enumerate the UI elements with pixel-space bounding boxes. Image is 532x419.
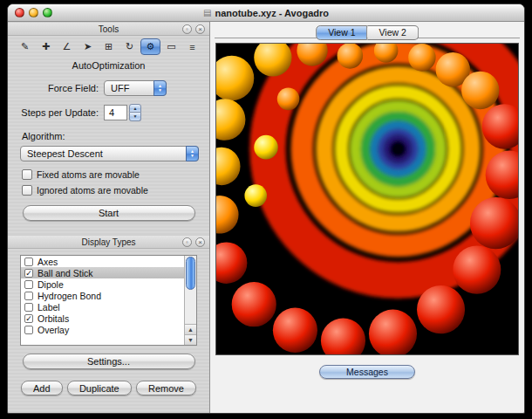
force-field-label: Force Field: [8,83,104,93]
ball-and-stick-checkbox[interactable]: ✓ [24,269,33,278]
display-types-panel-header[interactable]: Display Types ◦ × [8,235,209,249]
tab-view-1[interactable]: View 1 [316,25,367,40]
dipole-checkbox[interactable] [24,280,33,289]
list-item-label: Axes [38,257,58,267]
algorithm-label: Algorithm: [8,131,209,141]
algorithm-dropdown[interactable]: Steepest Descent ▲ ▼ [20,146,199,161]
close-panel-icon[interactable]: × [195,24,205,34]
scroll-up-icon[interactable]: ▲ [185,324,196,334]
axes-checkbox[interactable] [24,258,33,266]
zoom-window-button[interactable] [43,8,52,17]
navigate-tool-button[interactable]: ✚ [36,38,56,55]
display-panel-buttons: ◦ × [182,237,205,247]
title-bar[interactable]: ▤ nanotube.xyz - Avogadro [8,4,524,22]
bond-centric-tool-button[interactable]: ∠ [57,38,77,55]
measure-tool-button[interactable]: ▭ [161,38,181,55]
down-arrow-icon: ▼ [158,88,162,93]
scroll-down-icon[interactable]: ▼ [185,334,196,345]
steps-row: Steps per Update: 4 ▲ ▼ [8,104,209,121]
duplicate-button[interactable]: Duplicate [67,381,132,395]
fixed-atoms-row: Fixed atoms are movable [8,169,209,180]
window-title-text: nanotube.xyz - Avogadro [215,8,329,18]
window-controls [15,8,52,17]
list-item-hydrogen-bond[interactable]: Hydrogen Bond [21,290,184,301]
nanotube-render [216,44,518,354]
list-item-label: Orbitals [38,313,69,324]
ruler-icon: ▭ [167,41,175,52]
ignored-atoms-row: Ignored atoms are movable [8,185,209,196]
add-button[interactable]: Add [21,381,63,395]
tools-panel-title: Tools [8,24,209,34]
dropdown-arrows-icon: ▲ ▼ [186,146,199,161]
document-icon: ▤ [203,8,211,17]
cursor-arrow-icon: ➤ [84,41,92,52]
window-title: ▤ nanotube.xyz - Avogadro [203,8,329,18]
stepper-up-button[interactable]: ▲ [129,104,141,113]
fixed-atoms-label: Fixed atoms are movable [37,169,140,180]
steps-input[interactable]: 4 [104,105,127,120]
autooptimization-title: AutoOptimization [8,60,209,71]
close-window-button[interactable] [15,8,24,17]
force-field-value: UFF [111,83,129,93]
list-item-ball-and-stick[interactable]: ✓ Ball and Stick [21,267,184,278]
tools-panel-buttons: ◦ × [182,24,205,34]
list-item-overlay[interactable]: Overlay [21,324,184,335]
display-types-list: Axes ✓ Ball and Stick Dipole Hydrogen Bo… [20,255,197,346]
remove-button[interactable]: Remove [136,381,196,395]
messages-button[interactable]: Messages [319,365,415,379]
detach-panel-icon[interactable]: ◦ [182,237,192,247]
settings-button[interactable]: Settings... [23,354,195,369]
detach-panel-icon[interactable]: ◦ [182,24,192,34]
list-item-label: Label [38,302,60,313]
scrollbar-thumb[interactable] [186,257,195,290]
display-types-title: Display Types [8,237,209,247]
list-item-label: Ball and Stick [38,268,93,278]
display-types-rows: Axes ✓ Ball and Stick Dipole Hydrogen Bo… [21,256,184,335]
auto-rotate-tool-button[interactable]: ↻ [119,38,140,55]
align-tool-button[interactable]: ≡ [182,38,202,55]
view-tabs: View 1 View 2 [316,25,419,40]
selection-tool-button[interactable]: ➤ [78,38,98,55]
list-item-label: Dipole [38,279,64,290]
ignored-atoms-checkbox[interactable] [22,185,32,196]
stepper-down-button[interactable]: ▼ [129,113,141,121]
view-tabstrip: View 1 View 2 [210,24,524,41]
steps-spinner: 4 ▲ ▼ [104,104,141,121]
down-arrow-icon: ▼ [190,154,194,158]
align-icon: ≡ [189,42,194,52]
manipulate-tool-button[interactable]: ⊞ [99,38,119,55]
list-item-axes[interactable]: Axes [21,256,184,267]
navigate-icon: ✚ [42,41,50,52]
force-field-dropdown[interactable]: UFF ▲ ▼ [104,80,167,96]
overlay-checkbox[interactable] [24,326,33,334]
list-item-orbitals[interactable]: ✓ Orbitals [21,313,184,324]
auto-optimize-tool-button[interactable]: ⚙ [140,38,160,55]
pencil-icon: ✎ [21,41,29,52]
list-scrollbar[interactable]: ▲ ▼ [184,256,196,345]
label-checkbox[interactable] [24,303,33,312]
steps-stepper: ▲ ▼ [129,104,141,121]
tool-toolbar: ✎ ✚ ∠ ➤ ⊞ ↻ ⚙ ▭ ≡ [8,36,209,57]
3d-viewport[interactable] [215,43,519,355]
angle-icon: ∠ [63,41,72,52]
gear-icon: ⚙ [147,41,155,52]
list-item-label: Overlay [38,325,69,335]
tools-panel-header[interactable]: Tools ◦ × [8,22,209,36]
dropdown-arrows-icon: ▲ ▼ [153,80,167,96]
hydrogen-bond-checkbox[interactable] [24,292,33,300]
fixed-atoms-checkbox[interactable] [22,169,32,180]
algorithm-value: Steepest Descent [27,148,103,159]
ignored-atoms-label: Ignored atoms are movable [37,185,148,196]
list-item-label-display[interactable]: Label [21,301,184,313]
draw-tool-button[interactable]: ✎ [15,38,35,55]
list-item-dipole[interactable]: Dipole [21,278,184,290]
messages-row: Messages [210,355,524,413]
minimize-window-button[interactable] [29,8,38,17]
window-content: Tools ◦ × ✎ ✚ ∠ ➤ ⊞ ↻ ⚙ ▭ ≡ AutoOptimiza… [8,22,524,413]
orbitals-checkbox[interactable]: ✓ [24,314,33,323]
steps-label: Steps per Update: [8,107,104,118]
start-button[interactable]: Start [23,205,195,221]
tab-view-2[interactable]: View 2 [368,25,419,40]
list-item-label: Hydrogen Bond [38,291,101,301]
close-panel-icon[interactable]: × [195,237,205,247]
